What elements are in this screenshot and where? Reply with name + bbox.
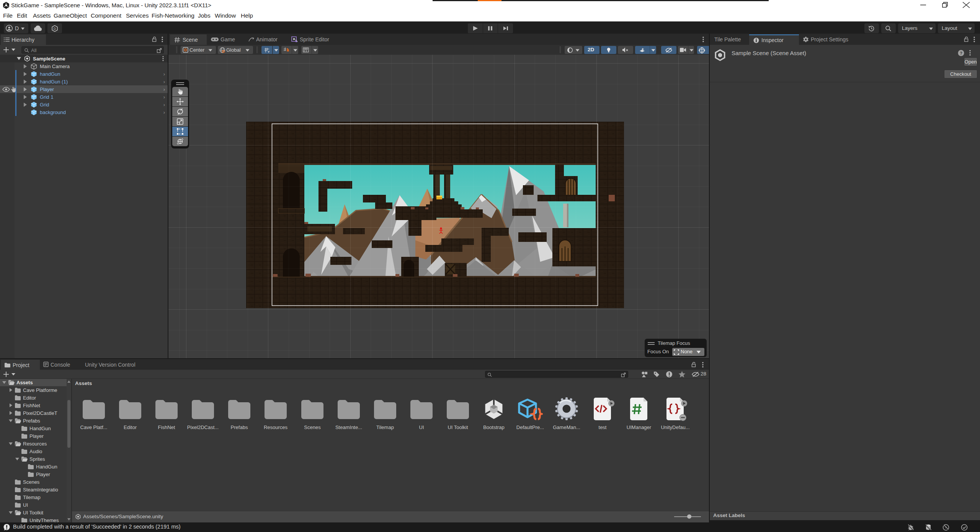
svg-text:D: D bbox=[54, 27, 56, 31]
svg-text:Y: Y bbox=[268, 50, 270, 53]
svg-text:?: ? bbox=[960, 51, 962, 55]
